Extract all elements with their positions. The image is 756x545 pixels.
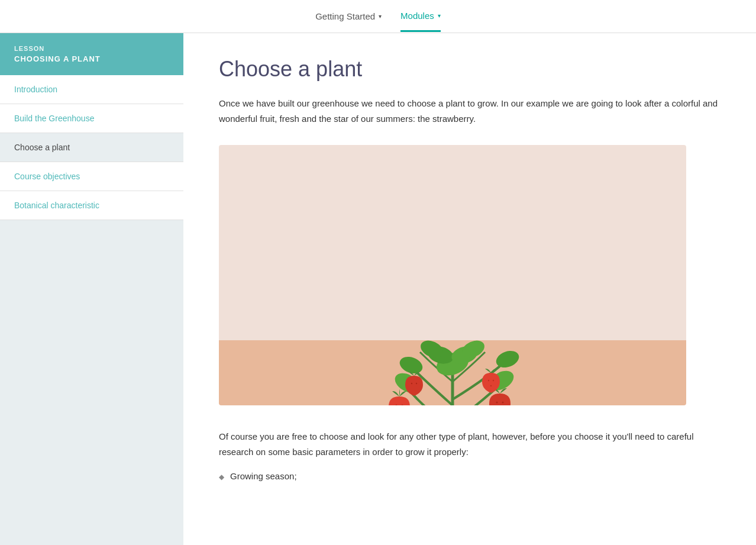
plant-illustration — [219, 145, 686, 405]
sidebar-item-introduction[interactable]: Introduction — [0, 75, 183, 104]
main-layout: LESSON CHOOSING A PLANT Introduction Bui… — [0, 33, 756, 545]
diamond-icon: ◆ — [219, 473, 224, 481]
body-paragraph: Of course you are free to choose and loo… — [219, 429, 721, 459]
svg-point-22 — [502, 402, 504, 404]
nav-getting-started-label: Getting Started — [315, 11, 375, 21]
svg-point-21 — [496, 402, 498, 404]
sidebar-header: LESSON CHOOSING A PLANT — [0, 33, 183, 75]
svg-point-24 — [488, 380, 489, 381]
svg-rect-0 — [219, 145, 686, 346]
modules-caret-icon: ▾ — [438, 12, 441, 19]
svg-point-25 — [493, 380, 494, 381]
svg-point-27 — [411, 383, 412, 384]
getting-started-caret-icon: ▾ — [379, 13, 382, 20]
svg-point-26 — [490, 385, 492, 386]
page-title: Choose a plant — [219, 57, 721, 82]
intro-paragraph: Once we have built our greenhouse we nee… — [219, 96, 721, 126]
nav-modules-label: Modules — [400, 11, 434, 21]
list-item-label: Growing season; — [230, 471, 297, 481]
sidebar: LESSON CHOOSING A PLANT Introduction Bui… — [0, 33, 183, 545]
nav-getting-started[interactable]: Getting Started ▾ — [315, 2, 382, 31]
sidebar-nav: Introduction Build the Greenhouse Choose… — [0, 75, 183, 220]
sidebar-item-choose-plant[interactable]: Choose a plant — [0, 133, 183, 162]
sidebar-item-course-objectives[interactable]: Course objectives — [0, 162, 183, 191]
sidebar-item-build-greenhouse[interactable]: Build the Greenhouse — [0, 104, 183, 133]
sidebar-lesson-label: LESSON — [14, 45, 169, 52]
svg-point-28 — [416, 383, 417, 384]
main-content: Choose a plant Once we have built our gr… — [183, 33, 756, 545]
sidebar-lesson-title: CHOOSING A PLANT — [14, 54, 169, 63]
list-item-growing-season: ◆ Growing season; — [219, 471, 721, 481]
nav-modules[interactable]: Modules ▾ — [400, 1, 441, 32]
sidebar-item-botanical[interactable]: Botanical characteristic — [0, 191, 183, 220]
top-nav: Getting Started ▾ Modules ▾ — [0, 0, 756, 33]
